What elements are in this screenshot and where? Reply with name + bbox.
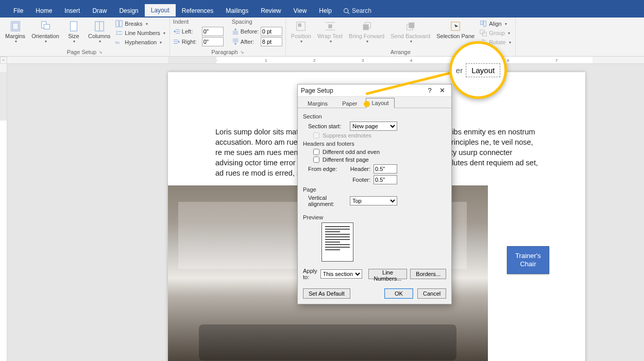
bring-forward-button[interactable]: Bring Forward▾ [347,19,386,49]
selection-pane-icon [449,21,462,32]
callout-fragment: er [456,66,463,75]
align-label: Align [489,21,501,27]
dialog-tab-paper[interactable]: Paper [336,98,363,108]
breaks-label: Breaks [125,21,142,27]
dialog-tab-margins[interactable]: Margins [302,98,333,108]
tab-file[interactable]: File [7,5,29,17]
section-start-select[interactable]: New page [350,122,397,131]
orientation-button[interactable]: Orientation▾ [29,19,61,49]
apply-to-label: Apply to: [303,268,317,280]
menu-tabs: File Home Insert Draw Design Layout Refe… [0,4,644,18]
title-bar [0,0,644,4]
indent-right-icon [173,38,180,45]
wrap-text-label: Wrap Text [317,33,343,39]
spacing-after-label: After: [241,39,259,45]
vertical-ruler[interactable] [0,64,7,361]
ok-button[interactable]: OK [384,288,413,299]
page-setup-dialog-launcher[interactable]: ↘ [98,49,103,55]
borders-dialog-button[interactable]: Borders... [410,269,446,279]
dialog-help-button[interactable]: ? [423,85,436,96]
page-heading: Page [303,186,446,193]
hyphenation-button[interactable]: bcHyphenation▾ [114,38,166,46]
indent-left-input[interactable] [202,27,224,36]
suppress-endnotes-checkbox [313,132,319,139]
ruler-corner: ⌐ [0,57,7,64]
indent-left-icon [173,28,180,35]
columns-button[interactable]: Columns▾ [86,19,112,49]
line-numbers-label: Line Numbers [125,30,160,36]
orientation-label: Orientation [31,33,59,39]
tab-design[interactable]: Design [113,5,144,17]
svg-rect-43 [481,21,483,25]
search-placeholder: Search [352,7,371,14]
svg-marker-42 [454,24,458,27]
indent-right-input[interactable] [202,37,224,46]
position-button[interactable]: Position▾ [289,19,313,49]
different-first-page-checkbox[interactable] [313,157,319,163]
apply-to-select[interactable]: This section [320,269,362,279]
group-button[interactable]: Group▾ [479,29,512,37]
paragraph-dialog-launcher[interactable]: ↘ [240,49,244,55]
bring-forward-label: Bring Forward [349,33,384,39]
spacing-after-input[interactable] [261,37,282,46]
footer-label: Footer: [350,177,370,183]
breaks-button[interactable]: Breaks▾ [114,20,166,28]
text-box-shape[interactable]: Trainer's Chair [507,246,549,274]
header-label: Header: [350,166,370,172]
wrap-text-icon [324,21,336,32]
position-label: Position [291,33,311,39]
align-button[interactable]: Align▾ [479,20,512,28]
tab-references[interactable]: References [176,5,219,17]
align-icon [480,20,487,27]
section-heading: Section [303,113,446,119]
tab-help[interactable]: Help [313,5,338,17]
svg-rect-44 [484,21,486,27]
dialog-close-button[interactable]: ✕ [436,85,448,96]
line-numbers-button[interactable]: 12Line Numbers▾ [114,29,166,37]
svg-rect-3 [12,23,18,30]
group-page-setup: Margins▾ Orientation▾ Size▾ Columns▾ Bre… [0,18,170,56]
tab-layout[interactable]: Layout [145,4,176,18]
svg-line-1 [348,12,349,13]
dialog-tab-layout[interactable]: Layout [366,98,394,108]
tab-draw[interactable]: Draw [86,5,113,17]
spacing-head: Spacing [232,19,282,25]
hyphenation-label: Hyphenation [125,39,157,45]
tab-view[interactable]: View [287,5,313,17]
spacing-before-icon [232,28,239,35]
indent-head: Indent [173,19,224,25]
line-numbers-dialog-button[interactable]: Line Numbers... [368,269,408,279]
tab-insert[interactable]: Insert [58,5,86,17]
cancel-button[interactable]: Cancel [417,288,446,299]
margins-button[interactable]: Margins▾ [3,19,27,49]
size-button[interactable]: Size▾ [63,19,84,49]
spacing-after-icon [232,38,239,45]
send-backward-button[interactable]: Send Backward▾ [388,19,432,49]
preview-heading: Preview [303,214,446,220]
hyphenation-icon: bc [115,39,123,46]
spacing-before-input[interactable] [261,27,282,36]
breaks-icon [115,20,123,27]
vertical-alignment-select[interactable]: Top [350,196,397,205]
tell-me-search[interactable]: Search [343,7,371,14]
tab-home[interactable]: Home [29,5,58,17]
horizontal-ruler[interactable]: · 1 2 3 4 5 6 7 [7,57,644,64]
line-numbers-icon: 12 [115,29,123,37]
group-paragraph-label: Paragraph [211,49,238,55]
send-backward-label: Send Backward [391,33,430,39]
footer-input[interactable] [374,175,397,184]
tab-mailings[interactable]: Mailings [219,5,255,17]
different-odd-even-checkbox[interactable] [313,149,319,155]
different-odd-even-label: Different odd and even [323,149,380,155]
set-as-default-button[interactable]: Set As Default [303,288,350,299]
group-page-setup-label: Page Setup [67,49,97,55]
indent-left-label: Left: [182,28,200,35]
svg-marker-16 [174,30,176,32]
orientation-icon [39,21,52,32]
wrap-text-button[interactable]: Wrap Text▾ [315,19,345,49]
tab-review[interactable]: Review [255,5,287,17]
header-input[interactable] [374,164,397,174]
suppress-endnotes-label: Suppress endnotes [323,132,371,139]
headers-footers-heading: Headers and footers [303,141,446,147]
svg-rect-9 [116,21,118,27]
